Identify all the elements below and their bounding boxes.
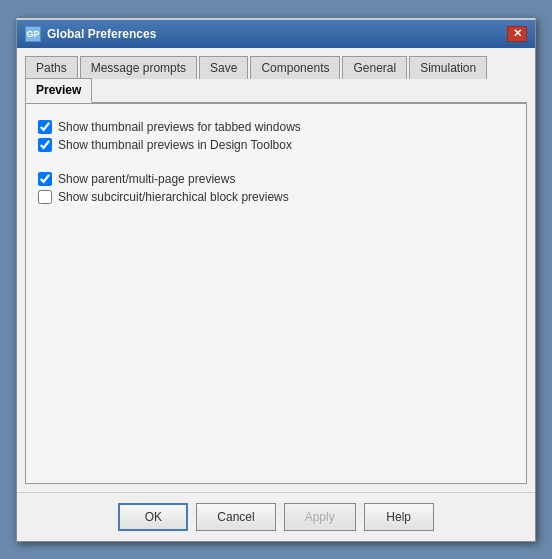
- help-button[interactable]: Help: [364, 503, 434, 531]
- checkbox-item-4: Show subcircuit/hierarchical block previ…: [38, 190, 514, 204]
- separator: [38, 164, 514, 172]
- checkbox-thumbnail-toolbox[interactable]: [38, 138, 52, 152]
- tab-simulation[interactable]: Simulation: [409, 56, 487, 79]
- label-thumbnail-tabbed[interactable]: Show thumbnail previews for tabbed windo…: [58, 120, 301, 134]
- tab-general[interactable]: General: [342, 56, 407, 79]
- tab-content-preview: Show thumbnail previews for tabbed windo…: [25, 104, 527, 484]
- label-subcircuit[interactable]: Show subcircuit/hierarchical block previ…: [58, 190, 289, 204]
- checkbox-item-3: Show parent/multi-page previews: [38, 172, 514, 186]
- app-icon: GP: [25, 26, 41, 42]
- title-controls: ✕: [507, 26, 527, 42]
- title-bar: GP Global Preferences ✕: [17, 20, 535, 48]
- label-thumbnail-toolbox[interactable]: Show thumbnail previews in Design Toolbo…: [58, 138, 292, 152]
- tab-components[interactable]: Components: [250, 56, 340, 79]
- tab-message-prompts[interactable]: Message prompts: [80, 56, 197, 79]
- checkbox-subcircuit[interactable]: [38, 190, 52, 204]
- thumbnail-group: Show thumbnail previews for tabbed windo…: [38, 120, 514, 152]
- apply-button[interactable]: Apply: [284, 503, 356, 531]
- checkbox-parent-multipage[interactable]: [38, 172, 52, 186]
- cancel-button[interactable]: Cancel: [196, 503, 275, 531]
- ok-button[interactable]: OK: [118, 503, 188, 531]
- button-bar: OK Cancel Apply Help: [17, 492, 535, 541]
- checkbox-item-2: Show thumbnail previews in Design Toolbo…: [38, 138, 514, 152]
- checkbox-thumbnail-tabbed[interactable]: [38, 120, 52, 134]
- tab-paths[interactable]: Paths: [25, 56, 78, 79]
- window-content: Paths Message prompts Save Components Ge…: [17, 48, 535, 492]
- close-button[interactable]: ✕: [507, 26, 527, 42]
- window-title: Global Preferences: [47, 27, 156, 41]
- tab-bar: Paths Message prompts Save Components Ge…: [25, 56, 527, 104]
- tab-preview[interactable]: Preview: [25, 78, 92, 103]
- title-bar-left: GP Global Preferences: [25, 26, 156, 42]
- global-preferences-window: GP Global Preferences ✕ Paths Message pr…: [16, 18, 536, 542]
- label-parent-multipage[interactable]: Show parent/multi-page previews: [58, 172, 235, 186]
- tab-save[interactable]: Save: [199, 56, 248, 79]
- checkbox-item-1: Show thumbnail previews for tabbed windo…: [38, 120, 514, 134]
- preview-group: Show parent/multi-page previews Show sub…: [38, 172, 514, 204]
